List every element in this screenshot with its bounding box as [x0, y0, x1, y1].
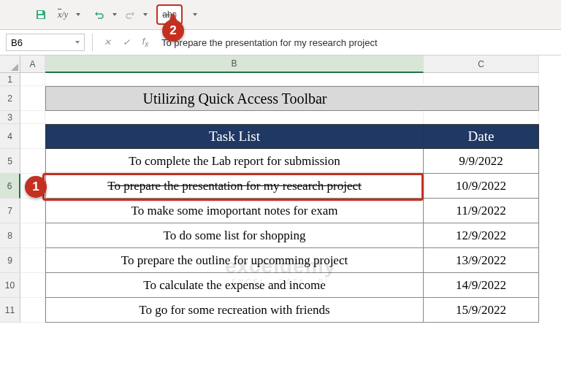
svg-rect-1 — [38, 15, 44, 18]
cell[interactable]: 13/9/2022 — [424, 248, 539, 273]
cell-value: 14/9/2022 — [424, 273, 539, 298]
row-header[interactable]: 2 — [0, 86, 20, 111]
cell[interactable]: To complete the Lab report for submissio… — [45, 149, 424, 174]
cell-value: To do some list for shopping — [45, 223, 424, 248]
callout-2: 2 — [162, 20, 184, 42]
cell-value: To complete the Lab report for submissio… — [45, 149, 424, 174]
separator — [92, 34, 93, 51]
title-label: Utilizing Quick Access Toolbar — [45, 86, 424, 111]
undo-button[interactable] — [89, 4, 110, 25]
cell[interactable] — [424, 86, 539, 111]
fraction-dropdown[interactable] — [75, 13, 82, 16]
redo-button[interactable] — [120, 4, 140, 25]
chevron-down-icon — [75, 41, 80, 44]
cell-value: 9/9/2022 — [424, 149, 539, 174]
cell-value: 12/9/2022 — [424, 223, 539, 248]
cell[interactable]: To prepare the outline for upcomming pro… — [45, 248, 424, 273]
row-headers: 1 2 3 4 5 6 7 8 9 10 11 — [0, 55, 20, 323]
cell[interactable] — [45, 111, 424, 124]
cell-header-task[interactable]: Task List — [45, 124, 424, 149]
cell[interactable] — [20, 73, 45, 86]
cell[interactable]: 11/9/2022 — [424, 199, 539, 223]
redo-dropdown[interactable] — [142, 13, 149, 16]
cell-header-date[interactable]: Date — [424, 124, 539, 149]
row-header[interactable]: 6 — [0, 174, 20, 199]
row-header[interactable]: 3 — [0, 111, 20, 124]
cell[interactable] — [20, 298, 45, 323]
header-task-label: Task List — [45, 124, 424, 149]
cell[interactable] — [20, 248, 45, 273]
enter-formula-button[interactable]: ✓ — [119, 35, 134, 50]
column-header[interactable]: B — [45, 55, 424, 73]
callout-1: 1 — [25, 176, 47, 198]
cell[interactable]: 15/9/2022 — [424, 298, 539, 323]
cell-value: To calculate the expense and income — [45, 273, 424, 298]
cell[interactable] — [20, 223, 45, 248]
quick-access-toolbar: x/y abc — [0, 0, 561, 29]
spreadsheet-grid: 1 2 3 4 5 6 7 8 9 10 11 A B C Utilizing … — [0, 55, 561, 323]
cell[interactable] — [424, 111, 539, 124]
cell-value: 13/9/2022 — [424, 248, 539, 273]
fraction-button[interactable]: x/y — [53, 4, 73, 25]
row-header[interactable]: 9 — [0, 248, 20, 273]
cancel-formula-button[interactable]: ✕ — [100, 35, 115, 50]
cell-value: 15/9/2022 — [424, 298, 539, 323]
cell[interactable]: 12/9/2022 — [424, 223, 539, 248]
cell[interactable]: 9/9/2022 — [424, 149, 539, 174]
column-headers: A B C — [20, 55, 561, 73]
row-header[interactable]: 10 — [0, 273, 20, 298]
cell[interactable] — [45, 73, 424, 86]
fx-button[interactable]: fx — [138, 35, 153, 50]
cell[interactable]: To make some imoportant notes for exam — [45, 199, 424, 223]
cell[interactable]: To calculate the expense and income — [45, 273, 424, 298]
row-header[interactable]: 5 — [0, 149, 20, 174]
cell-selected[interactable]: To prepare the presentation for my resea… — [45, 174, 424, 199]
cell[interactable]: To do some list for shopping — [45, 223, 424, 248]
cell[interactable] — [20, 86, 45, 111]
column-header[interactable]: C — [424, 55, 539, 73]
name-box-value: B6 — [11, 37, 23, 48]
row-header[interactable]: 7 — [0, 199, 20, 223]
row-header[interactable]: 11 — [0, 298, 20, 323]
cell-value: To go for some recreation with friends — [45, 298, 424, 323]
select-all-corner[interactable] — [0, 55, 20, 73]
formula-input[interactable]: To prepare the presentation for my resea… — [157, 37, 555, 48]
cell[interactable]: To go for some recreation with friends — [45, 298, 424, 323]
qat-customize-dropdown[interactable] — [191, 13, 199, 16]
row-header[interactable]: 8 — [0, 223, 20, 248]
cell[interactable] — [20, 149, 45, 174]
cell-value: To prepare the presentation for my resea… — [45, 174, 424, 199]
cell[interactable]: 10/9/2022 — [424, 174, 539, 199]
cell[interactable] — [20, 124, 45, 149]
undo-dropdown[interactable] — [111, 13, 118, 16]
cell[interactable]: 14/9/2022 — [424, 273, 539, 298]
cell-value: To prepare the outline for upcomming pro… — [45, 248, 424, 273]
cell[interactable] — [20, 111, 45, 124]
header-date-label: Date — [424, 124, 539, 149]
cell[interactable] — [20, 199, 45, 223]
svg-rect-0 — [38, 11, 42, 14]
row-header[interactable]: 4 — [0, 124, 20, 149]
cell[interactable] — [424, 73, 539, 86]
cell-value: 10/9/2022 — [424, 174, 539, 199]
column-header[interactable]: A — [20, 55, 45, 73]
save-button[interactable] — [31, 4, 51, 25]
name-box[interactable]: B6 — [6, 34, 85, 51]
cell-value: To make some imoportant notes for exam — [45, 199, 424, 223]
formula-bar: B6 ✕ ✓ fx To prepare the presentation fo… — [0, 29, 561, 55]
cell[interactable] — [20, 273, 45, 298]
row-header[interactable]: 1 — [0, 73, 20, 86]
cell-value: 11/9/2022 — [424, 199, 539, 223]
cell-title[interactable]: Utilizing Quick Access Toolbar — [45, 86, 424, 111]
